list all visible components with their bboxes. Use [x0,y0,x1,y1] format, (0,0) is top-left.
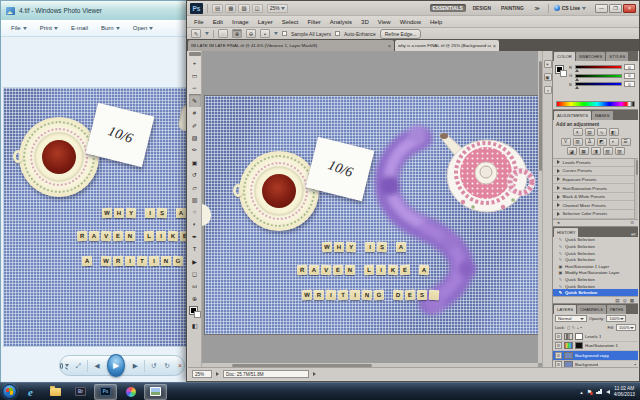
minimize-button[interactable]: — [595,4,608,13]
status-zoom-field[interactable]: 25% [192,370,212,378]
photo-filter-icon[interactable]: ◐ [609,138,619,146]
network-icon[interactable] [596,389,602,394]
zoom-button[interactable] [60,360,69,372]
lock-transparency-icon[interactable]: ◻ [567,325,570,330]
ps-menu-window[interactable]: Window [400,19,421,25]
spot-healing-brush-tool-icon[interactable]: ▨ [189,131,201,143]
panel-tab-styles[interactable]: STYLES [606,52,628,61]
exposure-icon[interactable]: ◧ [609,128,619,136]
panel-tab-color[interactable]: COLOR [554,52,575,61]
eyedropper-tool-icon[interactable]: ✐ [189,119,201,131]
layer-visibility-icon[interactable]: ⊙ [555,333,562,340]
preset-selective-color-presets[interactable]: Selective Color Presets [553,210,638,219]
history-state[interactable]: ✎Quick Selection [553,250,638,257]
taskbar-clock[interactable]: 11:02 AM 4/06/2013 [614,386,635,398]
zoom-level-dropdown[interactable]: 25% [267,4,288,13]
panel-tab-masks[interactable]: MASKS [592,111,613,120]
gradient-tool-icon[interactable]: ▥ [189,193,201,205]
layer-row-levels-1[interactable]: ⊙Levels 1 [553,332,638,342]
canvas-vertical-scrollbar[interactable] [538,51,542,363]
channel-value-field[interactable]: 0 [624,73,635,79]
taskbar-photoshop[interactable]: Ps [94,384,117,400]
panel-tab-history[interactable]: HISTORY [554,228,578,237]
black-white-icon[interactable]: ◩ [597,138,607,146]
presets-scrollbar[interactable] [634,159,638,219]
rotate-cw-button[interactable]: ↻ [163,360,171,372]
layer-visibility-icon[interactable]: ⊙ [555,342,562,349]
history-state[interactable]: ▣Hue/Saturation 1 Layer [553,263,638,270]
tool-preset-picker[interactable]: ✎ [191,29,201,38]
quick-selection-tool-icon[interactable]: ✎ [189,94,201,106]
layer-visibility-icon[interactable]: ⊙ [555,352,562,359]
delete-button[interactable]: × [176,360,184,372]
ps-menu-file[interactable]: File [194,19,204,25]
color-balance-icon[interactable]: Δ [585,138,595,146]
threshold-icon[interactable]: ◨ [591,147,601,155]
preset-channel-mixer-presets[interactable]: Channel Mixer Presets [553,201,638,210]
preset-levels-presets[interactable]: Levels Presets [553,159,638,168]
history-state[interactable]: ✎Quick Selection [553,276,638,283]
move-tool-icon[interactable]: + [189,57,201,69]
panel-tab-layers[interactable]: LAYERS [554,305,576,314]
workspace-overflow[interactable]: ≫ [532,4,543,12]
volume-icon[interactable] [606,390,610,394]
background-color-swatch[interactable] [194,311,201,318]
channel-slider[interactable] [575,65,622,69]
ps-menu-help[interactable]: Help [430,19,442,25]
gradient-map-icon[interactable]: ▧ [603,147,613,155]
layer-mask-thumbnail[interactable] [575,333,583,340]
taskbar-painter-app[interactable] [119,384,142,400]
layer-thumbnail[interactable] [564,352,573,359]
info-dock-icon[interactable]: ◑ [544,86,552,94]
return-to-adjustment-list-icon[interactable]: ◂ [557,220,559,225]
rectangular-marquee-tool-icon[interactable]: ▭ [189,69,201,81]
blur-tool-icon[interactable]: ○ [189,206,201,218]
channel-value-field[interactable]: 0 [624,64,635,70]
document-tab[interactable]: IM LATE IM LATE FINAL.tif @ 41.6% (Vibra… [188,40,394,51]
panel-tab-paths[interactable]: PATHS [607,305,626,314]
show-hidden-icons[interactable]: ▴ [580,389,583,395]
clone-stamp-tool-icon[interactable]: ▣ [189,156,201,168]
brush-tool-icon[interactable]: ✏ [189,144,201,156]
history-state[interactable]: ✎Quick Selection [553,289,638,296]
close-tab-icon[interactable]: × [388,43,391,49]
add-to-selection-brush-icon[interactable]: ⊕ [232,29,242,38]
taskbar-adobe-bridge[interactable]: Br [69,384,92,400]
fill-select[interactable]: 100% [616,324,636,331]
tools-collapse-handle[interactable] [189,52,201,56]
canvas-photo[interactable]: 10/6 WHYISA RAVENLIKEA WRITINGDES [205,96,542,334]
hue-saturation-icon[interactable]: ▥ [573,138,583,146]
arrange-documents-icon[interactable]: ▧ [238,4,249,13]
pv-menu-burn[interactable]: Burn [101,25,120,31]
color-spectrum-ramp[interactable] [556,101,635,107]
lasso-tool-icon[interactable]: ∽ [189,82,201,94]
channel-mixer-icon[interactable]: ☰ [621,138,631,146]
taskbar-windows-explorer[interactable] [44,384,67,400]
zoom-tool-icon[interactable]: ⊕ [189,292,201,304]
masks-dock-icon[interactable]: ▣ [544,73,552,81]
curves-icon[interactable]: ∿ [597,128,607,136]
ps-menu-layer[interactable]: Layer [258,19,273,25]
view-extras-icon[interactable]: ▦ [225,4,236,13]
shape-tool-icon[interactable]: ◻ [189,268,201,280]
new-document-from-state-icon[interactable]: ▤ [615,298,619,303]
workspace-painting[interactable]: PAINTING [498,4,527,12]
channel-value-field[interactable]: 0 [624,81,635,87]
eraser-tool-icon[interactable]: ▱ [189,181,201,193]
ps-menu-image[interactable]: Image [232,19,249,25]
selective-color-icon[interactable]: ▨ [615,147,625,155]
slideshow-button[interactable]: ▶ [107,354,125,377]
posterize-icon[interactable]: ▦ [579,147,589,155]
preset-exposure-presets[interactable]: Exposure Presets [553,176,638,185]
history-state[interactable]: ✎Quick Selection [553,237,638,244]
canvas-area[interactable]: 10/6 WHYISA RAVENLIKEA WRITINGDES [202,51,542,367]
pen-tool-icon[interactable]: ✒ [189,230,201,242]
taskbar-internet-explorer[interactable]: e [19,384,42,400]
ps-menu-3d[interactable]: 3D [361,19,369,25]
toggle-visibility-icon[interactable]: ⊙ [630,220,634,225]
pv-menu-open[interactable]: Open [133,25,154,31]
bridge-launcher-icon[interactable]: ▤ [212,4,223,13]
path-selection-tool-icon[interactable]: ▶ [189,255,201,267]
ps-menu-analysis[interactable]: Analysis [330,19,352,25]
workspace-essentials[interactable]: ESSENTIALS [430,4,466,12]
